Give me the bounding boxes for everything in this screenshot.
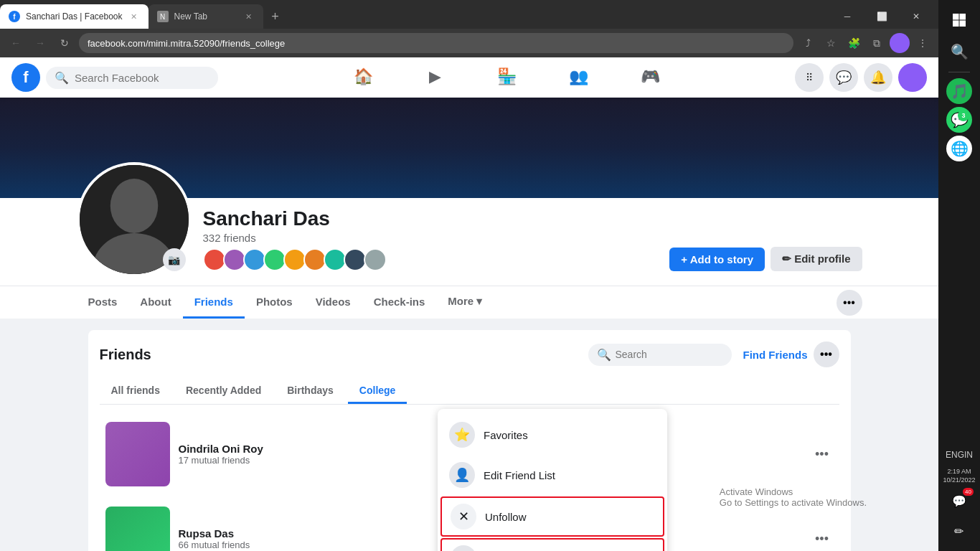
fb-search-box[interactable]: 🔍 [46, 67, 218, 89]
friend-avatar-4 [263, 248, 286, 271]
forward-button[interactable]: → [30, 33, 50, 53]
edit-profile-button[interactable]: ✏ Edit profile [771, 247, 862, 271]
address-input[interactable] [79, 33, 793, 53]
tab-friends[interactable]: Friends [183, 287, 245, 319]
add-to-story-button[interactable]: + Add to story [669, 248, 765, 271]
chrome-icon[interactable]: 🌐 [946, 136, 972, 161]
unfollow-label: Unfollow [485, 511, 527, 523]
share-icon[interactable]: ⤴ [798, 33, 818, 53]
bookmark-icon[interactable]: ☆ [821, 33, 841, 53]
nav-home[interactable]: 🏠 [327, 57, 399, 98]
new-tab-button[interactable]: + [263, 4, 288, 29]
fb-tab-title: Sanchari Das | Facebook [26, 11, 123, 22]
friends-more-button[interactable]: ••• [814, 342, 839, 367]
back-button[interactable]: ← [6, 33, 26, 53]
tab-videos[interactable]: Videos [304, 287, 362, 319]
friends-search-box[interactable]: 🔍 [588, 344, 732, 366]
dropdown-unfollow[interactable]: ✕ Unfollow [440, 496, 664, 537]
tab-bar: f Sanchari Das | Facebook ✕ N New Tab ✕ … [0, 0, 938, 29]
friend-card-1[interactable]: Oindrila Oni Roy 17 mutual friends ••• [100, 416, 466, 492]
watermark-line2: Go to Settings to activate Windows. [720, 497, 867, 508]
whatsapp-badge: 3 [958, 110, 969, 121]
refresh-button[interactable]: ↻ [55, 33, 75, 53]
friends-section-title: Friends [100, 347, 588, 363]
nav-gaming[interactable]: 🎮 [614, 57, 686, 98]
facebook-tab[interactable]: f Sanchari Das | Facebook ✕ [0, 4, 149, 29]
friend-photo-3 [105, 507, 170, 551]
nav-groups[interactable]: 👥 [542, 57, 614, 98]
nav-marketplace[interactable]: 🏪 [471, 57, 542, 98]
friends-tab-college[interactable]: College [348, 379, 407, 404]
svg-rect-3 [960, 21, 966, 27]
split-view-icon[interactable]: ⧉ [867, 33, 887, 53]
profile-pic-icon[interactable] [890, 33, 910, 53]
new-tab-close[interactable]: ✕ [243, 11, 255, 22]
friends-tab-all[interactable]: All friends [100, 379, 171, 404]
apps-button[interactable]: ⠿ [795, 63, 824, 92]
messenger-button[interactable]: 💬 [829, 63, 858, 92]
user-avatar[interactable] [898, 63, 927, 92]
favorites-label: Favorites [484, 429, 528, 441]
profile-info-section: 📷 Sanchari Das 332 friends + A [0, 198, 938, 286]
favorites-icon: ⭐ [449, 422, 475, 448]
fb-nav-center: 🏠 ▶ 🏪 👥 🎮 [218, 57, 795, 98]
window-controls: ─ ⬜ ✕ [831, 4, 938, 29]
browser-chrome: f Sanchari Das | Facebook ✕ N New Tab ✕ … [0, 0, 938, 57]
profile-cover-inner [77, 98, 862, 198]
notifications-button[interactable]: 🔔 [864, 63, 892, 92]
friends-search-input[interactable] [616, 349, 723, 360]
fb-nav-right: ⠿ 💬 🔔 [795, 63, 927, 92]
friend-avatar-8 [344, 248, 367, 271]
profile-actions: + Add to story ✏ Edit profile [669, 247, 862, 277]
tab-posts[interactable]: Posts [77, 287, 129, 319]
tab-about[interactable]: About [128, 287, 182, 319]
friend-card-3[interactable]: Rupsa Das 66 mutual friends ••• [100, 501, 466, 551]
profile-tabs: Posts About Friends Photos Videos Check-… [0, 286, 938, 319]
search-taskbar-icon[interactable]: 🔍 [945, 37, 974, 66]
profile-friends-avatars [203, 248, 670, 271]
profile-tab-more-button[interactable]: ••• [837, 290, 862, 316]
nav-video[interactable]: ▶ [399, 57, 471, 98]
tab-photos[interactable]: Photos [245, 287, 304, 319]
menu-icon[interactable]: ⋮ [913, 33, 933, 53]
profile-name: Sanchari Das [203, 207, 670, 230]
new-tab[interactable]: N New Tab ✕ [149, 4, 263, 29]
search-input[interactable] [75, 72, 209, 84]
change-photo-button[interactable]: 📷 [163, 248, 186, 271]
keyboard-icon[interactable]: ENG IN [945, 444, 974, 466]
dropdown-unfriend[interactable]: 👤 Unfriend [440, 538, 664, 551]
friends-tabs: All friends Recently Added Birthdays Col… [100, 379, 839, 405]
spotify-icon[interactable]: 🎵 [946, 78, 972, 104]
close-button[interactable]: ✕ [900, 4, 933, 29]
friends-tab-birthdays[interactable]: Birthdays [275, 379, 345, 404]
friend-photo-1 [105, 422, 170, 486]
dropdown-edit-friend-list[interactable]: 👤 Edit Friend List [438, 455, 667, 495]
friend-avatar-7 [324, 248, 347, 271]
dropdown-favorites[interactable]: ⭐ Favorites [438, 415, 667, 455]
pen-icon[interactable]: ✏ [945, 517, 974, 545]
whatsapp-icon[interactable]: 💬 3 [946, 107, 972, 133]
tab-checkins[interactable]: Check-ins [362, 287, 437, 319]
profile-friends-count: 332 friends [203, 232, 670, 244]
unfriend-icon: 👤 [451, 545, 476, 551]
friends-tab-recently-added[interactable]: Recently Added [174, 379, 273, 404]
new-tab-title: New Tab [174, 11, 237, 22]
minimize-button[interactable]: ─ [831, 4, 864, 29]
windows-start-icon[interactable] [945, 6, 974, 34]
profile-tabs-inner: Posts About Friends Photos Videos Check-… [77, 286, 862, 319]
maximize-button[interactable]: ⬜ [865, 4, 898, 29]
friend-menu-2[interactable]: ••• [811, 443, 834, 466]
taskbar-divider [948, 72, 970, 72]
notifications-taskbar-icon[interactable]: 💬 40 [945, 486, 974, 515]
friend-options-dropdown: ⭐ Favorites 👤 Edit Friend List ✕ Unfollo… [438, 409, 667, 551]
extensions-icon[interactable]: 🧩 [844, 33, 864, 53]
fb-tab-close[interactable]: ✕ [128, 11, 140, 22]
tab-more[interactable]: More ▾ [436, 286, 494, 319]
edit-friend-list-label: Edit Friend List [484, 469, 555, 481]
taskbar-time: 2:19 AM 10/21/2022 [943, 467, 975, 485]
profile-info-inner: 📷 Sanchari Das 332 friends + A [77, 198, 862, 286]
fb-logo[interactable]: f [11, 63, 40, 92]
friend-menu-4[interactable]: ••• [811, 527, 834, 550]
find-friends-button[interactable]: Find Friends [743, 349, 808, 361]
fb-favicon: f [9, 11, 20, 22]
